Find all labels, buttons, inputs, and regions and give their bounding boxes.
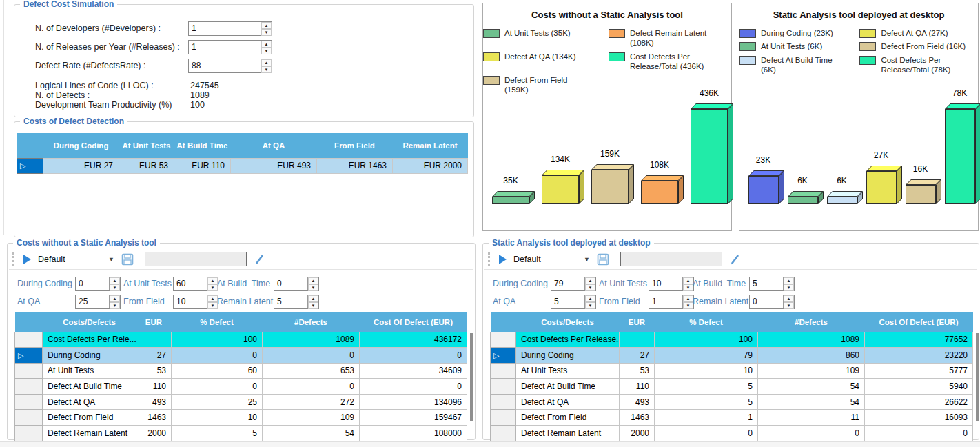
table-row[interactable]: Cost Defects Per Release...100108977652 xyxy=(491,332,973,348)
spinner-arrows[interactable]: ▲▼ xyxy=(783,277,794,290)
spinner-value[interactable]: 5 xyxy=(274,295,307,308)
spin-up-icon[interactable]: ▲ xyxy=(585,277,595,284)
spin-up-icon[interactable]: ▲ xyxy=(110,295,120,302)
row-header[interactable] xyxy=(15,379,43,395)
from-field-spinner[interactable]: 1▲▼ xyxy=(649,295,694,309)
table-scrollbar[interactable] xyxy=(976,333,979,421)
table-row[interactable]: At Unit Tests53101095777 xyxy=(491,363,973,379)
spinner-value[interactable]: 60 xyxy=(174,277,207,290)
edit-button[interactable] xyxy=(729,253,742,266)
table-row[interactable]: Defect At QA49325272134096 xyxy=(15,394,467,410)
spin-down-icon[interactable]: ▼ xyxy=(683,284,693,291)
spinner-arrows[interactable]: ▲▼ xyxy=(584,295,595,308)
row-header[interactable] xyxy=(491,363,516,379)
spinner-value[interactable]: 0 xyxy=(274,277,307,290)
preset-name-input[interactable] xyxy=(620,252,722,266)
during-coding-spinner[interactable]: 79▲▼ xyxy=(551,277,596,291)
releases-spinner[interactable]: 1 ▲▼ xyxy=(188,40,272,54)
toolbar-grip-icon[interactable] xyxy=(12,252,15,266)
row-header[interactable] xyxy=(15,410,43,426)
spinner-value[interactable]: 0 xyxy=(76,277,109,290)
spin-down-icon[interactable]: ▼ xyxy=(207,284,218,291)
table-row[interactable]: Defect At Build Time1105545940 xyxy=(491,379,973,395)
spinner-value[interactable]: 88 xyxy=(189,59,261,72)
spinner-arrows[interactable]: ▲▼ xyxy=(207,277,218,290)
table-row[interactable]: Defect At QA49355426622 xyxy=(491,394,973,410)
table-row[interactable]: At Unit Tests536065334609 xyxy=(15,363,467,379)
during-coding-spinner[interactable]: 0▲▼ xyxy=(75,277,121,291)
row-header[interactable] xyxy=(15,394,43,410)
spinner-arrows[interactable]: ▲▼ xyxy=(261,41,272,54)
edit-button[interactable] xyxy=(254,253,266,266)
spin-up-icon[interactable]: ▲ xyxy=(207,277,218,284)
at-build-time-spinner[interactable]: 0▲▼ xyxy=(274,277,319,291)
spin-down-icon[interactable]: ▼ xyxy=(585,302,595,309)
row-header[interactable] xyxy=(491,379,516,395)
at-unit-tests-spinner[interactable]: 60▲▼ xyxy=(173,277,218,291)
spin-up-icon[interactable]: ▲ xyxy=(207,295,218,302)
spinner-arrows[interactable]: ▲▼ xyxy=(109,295,120,308)
row-header[interactable] xyxy=(491,410,516,426)
row-header[interactable] xyxy=(491,426,516,441)
spin-down-icon[interactable]: ▼ xyxy=(207,302,218,309)
run-icon[interactable] xyxy=(23,255,31,264)
spin-down-icon[interactable]: ▼ xyxy=(308,302,318,309)
spinner-value[interactable]: 1 xyxy=(649,295,682,308)
row-indicator[interactable] xyxy=(17,158,43,173)
spin-down-icon[interactable]: ▼ xyxy=(110,302,120,309)
spinner-arrows[interactable]: ▲▼ xyxy=(307,295,318,308)
remain-latent-spinner[interactable]: 5▲▼ xyxy=(274,295,319,309)
spinner-value[interactable]: 25 xyxy=(76,295,109,308)
spinner-value[interactable]: 1 xyxy=(189,41,261,54)
at-qa-spinner[interactable]: 5▲▼ xyxy=(551,295,596,309)
spinner-arrows[interactable]: ▲▼ xyxy=(682,277,693,290)
spinner-value[interactable]: 79 xyxy=(551,277,584,290)
table-row[interactable]: Cost Defects Per Rele...1001089436172 xyxy=(15,332,467,348)
table-row[interactable]: Defect Remain Latent2000000 xyxy=(491,426,973,441)
chevron-down-icon[interactable]: ▼ xyxy=(584,256,590,263)
spin-down-icon[interactable]: ▼ xyxy=(585,284,595,291)
spinner-arrows[interactable]: ▲▼ xyxy=(682,295,693,308)
table-row[interactable]: Defect From Field146310109159467 xyxy=(15,410,467,426)
row-header[interactable] xyxy=(491,332,516,348)
spinner-arrows[interactable]: ▲▼ xyxy=(109,277,120,290)
spin-up-icon[interactable]: ▲ xyxy=(784,295,794,302)
spinner-value[interactable]: 5 xyxy=(750,277,783,290)
preset-dropdown[interactable]: Default xyxy=(513,255,582,264)
row-header[interactable] xyxy=(491,394,516,410)
spinner-arrows[interactable]: ▲▼ xyxy=(307,277,318,290)
toolbar-grip-icon[interactable] xyxy=(488,252,491,266)
spin-up-icon[interactable]: ▲ xyxy=(683,277,693,284)
spin-down-icon[interactable]: ▼ xyxy=(110,284,120,291)
spin-down-icon[interactable]: ▼ xyxy=(683,302,693,309)
spinner-arrows[interactable]: ▲▼ xyxy=(584,277,595,290)
table-row[interactable]: EUR 27 EUR 53 EUR 110 EUR 493 EUR 1463 E… xyxy=(17,158,468,173)
developers-spinner[interactable]: 1 ▲▼ xyxy=(188,21,272,36)
chevron-down-icon[interactable]: ▼ xyxy=(108,256,114,263)
table-row[interactable]: Defect From Field146311116093 xyxy=(491,410,973,426)
spin-up-icon[interactable]: ▲ xyxy=(308,277,318,284)
remain-latent-spinner[interactable]: 0▲▼ xyxy=(749,295,795,309)
row-indicator[interactable] xyxy=(491,348,516,364)
preset-dropdown[interactable]: Default xyxy=(38,255,107,264)
table-row[interactable]: Defect At Build Time110000 xyxy=(15,379,467,395)
spin-up-icon[interactable]: ▲ xyxy=(683,295,693,302)
row-header[interactable] xyxy=(15,363,43,379)
at-unit-tests-spinner[interactable]: 10▲▼ xyxy=(649,277,694,291)
at-qa-spinner[interactable]: 25▲▼ xyxy=(75,295,121,309)
spinner-value[interactable]: 10 xyxy=(174,295,207,308)
spinner-arrows[interactable]: ▲▼ xyxy=(261,59,272,72)
at-build-time-spinner[interactable]: 5▲▼ xyxy=(749,277,795,291)
spinner-arrows[interactable]: ▲▼ xyxy=(783,295,794,308)
from-field-spinner[interactable]: 10▲▼ xyxy=(173,295,218,309)
spin-down-icon[interactable]: ▼ xyxy=(261,48,272,54)
defect-rate-spinner[interactable]: 88 ▲▼ xyxy=(188,59,272,73)
save-button[interactable] xyxy=(597,253,609,266)
spin-down-icon[interactable]: ▼ xyxy=(784,284,794,291)
spin-down-icon[interactable]: ▼ xyxy=(261,29,272,36)
spin-down-icon[interactable]: ▼ xyxy=(261,66,272,73)
preset-name-input[interactable] xyxy=(145,252,247,266)
spin-up-icon[interactable]: ▲ xyxy=(308,295,318,302)
spinner-value[interactable]: 10 xyxy=(649,277,682,290)
row-indicator[interactable] xyxy=(15,348,43,364)
